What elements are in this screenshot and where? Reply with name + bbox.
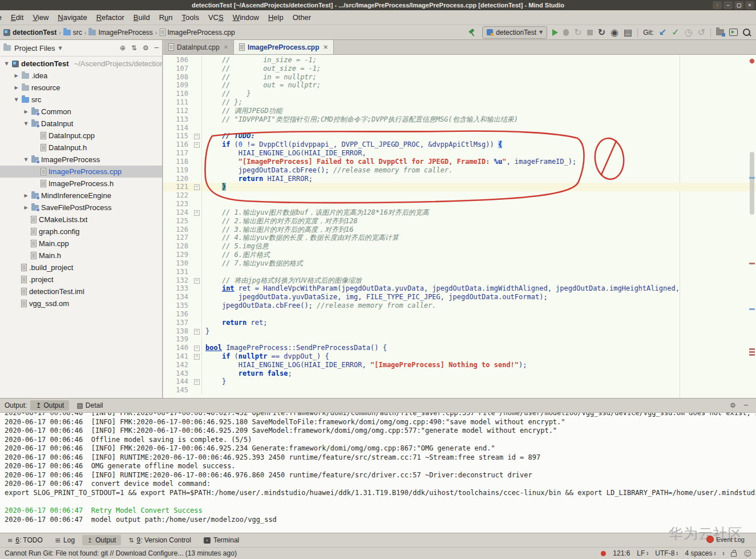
code-line-115[interactable]: 115− // TODO: [163, 132, 756, 140]
chevron-collapsed-icon[interactable]: ▶ [13, 73, 19, 78]
line-number[interactable]: 134 [163, 293, 193, 301]
tree-item-mindinferenceengine[interactable]: ▶MindInferenceEngine [0, 190, 162, 202]
menu-tools[interactable]: Tools [177, 10, 204, 25]
code-line-120[interactable]: 120 return HIAI_ERROR; [163, 175, 756, 183]
tree-item-build-project[interactable]: .build_project [0, 262, 162, 274]
history-clock-icon[interactable]: ◷ [685, 27, 693, 38]
code-line-121[interactable]: 121− } [163, 183, 756, 191]
breadcrumb-item-detectiontest[interactable]: detectionTest [3, 29, 56, 37]
code-line-108[interactable]: 108 // in = nullptr; [163, 73, 756, 82]
menu-other[interactable]: Other [288, 10, 316, 25]
gear-icon[interactable]: ⚙ [730, 401, 736, 409]
git-commit-button[interactable]: ✓ [672, 27, 679, 38]
stripe-mark[interactable] [749, 354, 755, 356]
window-minimize-button[interactable]: – [723, 1, 733, 9]
code-line-137[interactable]: 137 return ret; [163, 319, 756, 327]
code-line-122[interactable]: 122 [163, 191, 756, 200]
code-line-135[interactable]: 135 jpegdOutData.cbFree(); //release mem… [163, 301, 756, 310]
code-line-117[interactable]: 117 HIAI_ENGINE_LOG(HIAI_IDE_ERROR, [163, 149, 756, 158]
line-number[interactable]: 109 [163, 81, 193, 90]
tree-item-idea[interactable]: ▶.idea [0, 70, 162, 82]
line-number[interactable]: 141 [163, 352, 193, 361]
hector-face-icon[interactable]: ☺ [743, 549, 751, 558]
code-line-132[interactable]: 132− // 将由jpg格式转换为YUV格式后的图像缩放 [163, 276, 756, 285]
code-line-134[interactable]: 134 jpegdOutData.yuvDataSize, img, FILE_… [163, 293, 756, 301]
editor-scrollbar[interactable] [750, 152, 754, 215]
run-anything-icon[interactable] [729, 29, 738, 36]
line-number[interactable]: 116 [163, 140, 193, 149]
line-separator-widget[interactable]: LF▴▾ [637, 549, 648, 557]
code-line-111[interactable]: 111 // }; [163, 98, 756, 107]
code-line-143[interactable]: 143 return false; [163, 369, 756, 378]
line-number[interactable]: 118 [163, 158, 193, 166]
menu-vcs[interactable]: VCS [204, 10, 228, 25]
line-number[interactable]: 137 [163, 319, 193, 327]
git-update-button[interactable]: ↙ [659, 27, 666, 38]
code-line-124[interactable]: 124− // 1.输出yuv图片数据buf，该图片的宽高为128*16对齐后的… [163, 208, 756, 217]
code-line-107[interactable]: 107 // out_size = -1; [163, 65, 756, 73]
code-line-116[interactable]: 116− if (0 != DvppCtl(pidvppapi_, DVPP_C… [163, 140, 756, 149]
chevron-collapsed-icon[interactable]: ▶ [13, 85, 19, 90]
line-number[interactable]: 129 [163, 251, 193, 259]
line-number[interactable]: 145 [163, 386, 193, 395]
project-structure-icon[interactable] [716, 29, 724, 35]
line-number[interactable]: 138 [163, 327, 193, 336]
caret-position-widget[interactable]: 121:6 [613, 549, 630, 557]
project-view-selector[interactable]: Project Files [14, 44, 55, 53]
tree-item-cmakelists-txt[interactable]: CMakeLists.txt [0, 214, 162, 226]
code-line-109[interactable]: 109 // out = nullptr; [163, 81, 756, 90]
build-hammer-icon[interactable] [468, 28, 477, 37]
tree-item-imagepreprocess-cpp[interactable]: ImagePreProcess.cpp [0, 166, 162, 178]
menu-build[interactable]: Build [129, 10, 155, 25]
menu-help[interactable]: Help [264, 10, 288, 25]
tree-item-detectiontest-iml[interactable]: detectionTest.iml [0, 285, 162, 297]
tree-item-datainput-cpp[interactable]: DataInput.cpp [0, 130, 162, 142]
code-line-110[interactable]: 110 // } [163, 90, 756, 98]
line-number[interactable]: 117 [163, 149, 193, 158]
code-line-123[interactable]: 123 [163, 200, 756, 208]
breadcrumb-item-src[interactable]: src [63, 29, 82, 37]
line-number[interactable]: 127 [163, 234, 193, 242]
gear-icon[interactable]: ⚙ [143, 44, 149, 52]
line-number[interactable]: 120 [163, 175, 193, 183]
stripe-mark[interactable] [749, 308, 755, 310]
code-line-114[interactable]: 114 [163, 124, 756, 132]
window-maximize-button[interactable]: ▢ [734, 1, 743, 9]
line-number[interactable]: 112 [163, 107, 193, 115]
code-line-129[interactable]: 129 // 6.图片格式 [163, 251, 756, 259]
chevron-expanded-icon[interactable]: ▼ [13, 97, 19, 102]
tree-item-main-h[interactable]: Main.h [0, 250, 162, 262]
stripe-mark[interactable] [749, 263, 755, 264]
fold-marker-icon[interactable]: − [194, 329, 200, 335]
code-line-140[interactable]: 140−bool ImagePreProcess::SendPreProcess… [163, 344, 756, 352]
tree-item-imagepreprocess-h[interactable]: ImagePreProcess.h [0, 178, 162, 190]
rollback-icon[interactable]: ↺ [698, 27, 705, 38]
output-tab-output[interactable]: ↥Output [30, 400, 69, 411]
code-line-112[interactable]: 112 // 调用JPEGD功能 [163, 107, 756, 115]
tree-item-vgg-ssd-om[interactable]: vgg_ssd.om [0, 297, 162, 309]
tree-item-datainput-h[interactable]: DataInput.h [0, 142, 162, 154]
tool-window-tab-log[interactable]: ⊞Log [50, 535, 80, 545]
menu-edit[interactable]: Edit [6, 10, 28, 25]
line-number[interactable]: 108 [163, 73, 193, 82]
chevron-expanded-icon[interactable]: ▼ [23, 157, 29, 162]
code-line-106[interactable]: 106 // in_size = -1; [163, 56, 756, 65]
line-number[interactable]: 106 [163, 56, 193, 65]
window-rollup-button[interactable]: ↑ [713, 1, 722, 9]
rerun-icon[interactable]: ↻ [598, 27, 605, 38]
line-number[interactable]: 125 [163, 217, 193, 226]
status-message[interactable]: Cannot Run Git: File not found: git // D… [0, 549, 237, 557]
line-number[interactable]: 128 [163, 242, 193, 251]
fold-marker-icon[interactable]: − [194, 142, 200, 148]
hide-panel-icon[interactable]: ─ [744, 401, 748, 409]
fold-marker-icon[interactable]: − [194, 354, 200, 360]
output-tab-detail[interactable]: ▤Detail [71, 400, 108, 411]
code-line-138[interactable]: 138−} [163, 327, 756, 336]
code-line-118[interactable]: 118 "[ImagePreProcess] Failed to call Dv… [163, 158, 756, 166]
chevron-collapsed-icon[interactable]: ▶ [23, 193, 29, 198]
hide-panel-icon[interactable]: ─ [155, 44, 159, 52]
tool-window-tab-6-todo[interactable]: ≡6: TODO [2, 535, 48, 545]
line-number[interactable]: 139 [163, 335, 193, 344]
code-line-144[interactable]: 144− } [163, 377, 756, 386]
line-number[interactable]: 143 [163, 369, 193, 378]
